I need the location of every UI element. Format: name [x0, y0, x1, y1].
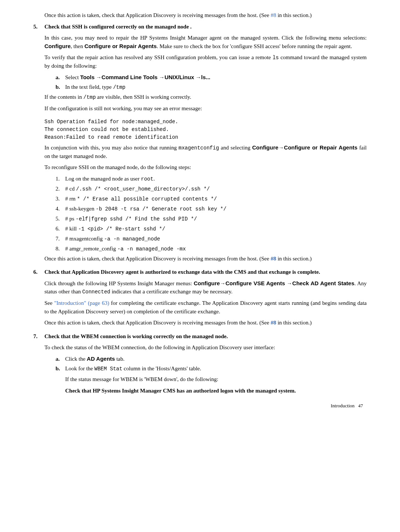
text: # cd	[65, 186, 76, 192]
step-num: 5.	[56, 215, 65, 223]
tab-ad-agents: AD Agents	[87, 356, 115, 362]
step-num: 1.	[56, 175, 65, 183]
item-number: 5.	[33, 23, 44, 31]
text: in this section.)	[276, 12, 312, 18]
step-num: 6.	[56, 225, 65, 233]
text: column in the 'Hosts/Agents' table.	[122, 366, 201, 371]
arrow: →	[285, 280, 292, 286]
page-footer: Introduction 47	[33, 402, 367, 410]
text: . Make sure to check the box for 'config…	[157, 43, 352, 49]
step-num: 2.	[56, 185, 65, 193]
code-inline: Connected	[82, 289, 110, 295]
code-inline: -a -n managed_node -mx	[117, 246, 186, 252]
code-inline: -1 <pid> /* Re-start sshd */	[78, 226, 165, 232]
substep-b: b.Look for the WBEM Stat column in the '…	[56, 364, 367, 395]
step-num: 4.	[56, 205, 65, 213]
substep-a: a.Click the AD Agents tab.	[56, 355, 367, 363]
text: Once this action is taken, check that Ap…	[44, 320, 271, 326]
text: # mxagentconfig	[65, 236, 104, 242]
menu-configure: Configure	[252, 144, 279, 151]
text: To check the status of the WBEM connecti…	[44, 343, 367, 352]
code-inline: /.ssh /* <root_user_home_directory>/.ssh…	[76, 186, 210, 192]
text-bold: Check that HP Systems Insight Manager CM…	[65, 387, 367, 395]
menu-unix: UNIX/Linux	[164, 74, 194, 80]
code-inline: ls	[273, 55, 279, 61]
link-ref-8[interactable]: #8	[271, 12, 276, 18]
arrow: →	[220, 280, 226, 286]
text: # ps	[65, 216, 76, 222]
text: To reconfigure SSH on the managed node, …	[44, 163, 367, 172]
menu-vse-agents: Configure VSE Agents	[226, 280, 285, 286]
text: , then	[71, 43, 84, 49]
link-ref-8[interactable]: #8	[271, 256, 276, 262]
code-inline: -a -n managed_node	[104, 236, 160, 242]
text: See	[44, 300, 54, 306]
substep-letter: a.	[56, 73, 65, 82]
code-inline: mxagentconfig	[179, 145, 219, 151]
text: # amgr_remote_config	[65, 246, 117, 252]
item-5: 5. Check that SSH is configured correctl…	[33, 23, 367, 263]
step-2: 2.# cd /.ssh /* <root_user_home_director…	[56, 185, 367, 193]
numbered-steps: 1.Log on the managed node as user root. …	[56, 175, 367, 253]
step-3: 3.# rm * /* Erase all possible corrupted…	[56, 195, 367, 203]
code-inline: root	[141, 176, 154, 182]
text: If the contents in	[44, 94, 83, 100]
substep-a: a.Select Tools →Command Line Tools →UNIX…	[56, 73, 367, 82]
code-block: Ssh Operation failed for node:managed_no…	[44, 118, 367, 141]
substep-letter: a.	[56, 355, 65, 363]
code-inline: /tmp	[113, 84, 126, 90]
item-title: Check that Application Discovery agent i…	[44, 268, 367, 276]
text: are visible, then SSH is working correct…	[96, 94, 191, 100]
step-num: 7.	[56, 235, 65, 243]
footer-label: Introduction	[331, 403, 354, 408]
text: in this section.)	[276, 256, 312, 262]
item-title: Check that the WBEM connection is workin…	[44, 332, 367, 341]
arrow: →	[94, 74, 101, 80]
text: In conjunction with this, you may also n…	[44, 145, 179, 151]
menu-configure: Configure	[44, 43, 71, 49]
menu-cli-tools: Command Line Tools	[101, 74, 157, 80]
text: # ssh-keygen	[65, 206, 96, 212]
text: In the text field, type	[65, 84, 113, 90]
menu-configure-repair: Configure or Repair Agents	[84, 43, 157, 49]
code-inline: -b 2048 -t rsa /* Generate root ssh key …	[96, 206, 227, 212]
arrow: →	[157, 74, 164, 80]
text: If the status message for WBEM is 'WBEM …	[65, 375, 367, 384]
menu-ls: ls...	[201, 74, 210, 80]
text: in this section.)	[276, 320, 312, 326]
top-paragraph: Once this action is taken, check that Ap…	[44, 11, 367, 20]
item-number: 6.	[33, 268, 44, 276]
step-5: 5.# ps -elf|fgrep sshd /* Find the sshd …	[56, 215, 367, 223]
step-1: 1.Log on the managed node as user root.	[56, 175, 367, 183]
link-introduction[interactable]: "Introduction" (page 63)	[54, 300, 109, 306]
item-title: Check that SSH is configured correctly o…	[44, 23, 367, 31]
text: # kill	[65, 226, 78, 232]
menu-configure-repair: Configure or Repair Agents	[284, 144, 358, 151]
code-inline: /tmp	[83, 94, 96, 100]
step-6: 6.# kill -1 <pid> /* Re-start sshd */	[56, 225, 367, 233]
text: Select	[65, 74, 80, 80]
code-inline: WBEM Stat	[94, 366, 123, 372]
page-number: 47	[358, 403, 363, 408]
text: Click through the following HP Systems I…	[44, 280, 194, 286]
text: Once this action is taken, check that Ap…	[44, 12, 271, 18]
item-6: 6. Check that Application Discovery agen…	[33, 268, 367, 327]
text: Click the	[65, 356, 87, 362]
step-4: 4.# ssh-keygen -b 2048 -t rsa /* Generat…	[56, 205, 367, 213]
link-ref-8[interactable]: #8	[271, 320, 276, 326]
text: If the configuration is still not workin…	[44, 104, 367, 113]
text: Once this action is taken, check that Ap…	[44, 256, 271, 262]
menu-configure: Configure	[194, 280, 220, 286]
text: indicates that a certificate exchange ma…	[110, 289, 233, 294]
text: .	[153, 176, 155, 182]
arrow: →	[194, 74, 201, 80]
text: tab.	[115, 356, 124, 362]
text: # rm	[65, 196, 77, 202]
code-inline: -elf|fgrep sshd /* Find the sshd PID */	[76, 216, 197, 222]
text: To verify that the repair action has res…	[44, 54, 273, 60]
item-7: 7. Check that the WBEM connection is wor…	[33, 332, 367, 395]
arrow: →	[279, 145, 284, 151]
step-8: 8.# amgr_remote_config -a -n managed_nod…	[56, 245, 367, 253]
substep-letter: b.	[56, 364, 65, 373]
text: In this case, you may need to repair the…	[44, 35, 367, 41]
